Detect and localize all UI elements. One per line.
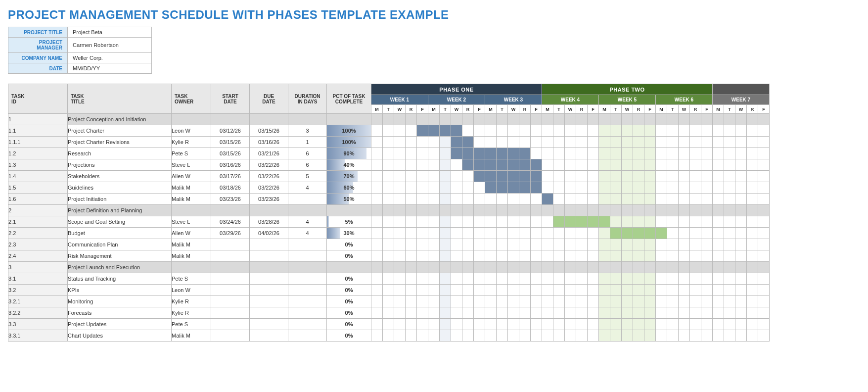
cell-start[interactable] bbox=[211, 114, 250, 125]
cell-due[interactable]: 04/02/26 bbox=[250, 228, 288, 239]
cell-task-id[interactable]: 3.2.2 bbox=[8, 307, 68, 319]
cell-start[interactable] bbox=[211, 285, 250, 296]
cell-owner[interactable]: Malik M bbox=[172, 250, 211, 262]
cell-task-title[interactable]: Forecasts bbox=[68, 307, 172, 319]
cell-owner[interactable]: Steve L bbox=[172, 159, 211, 171]
cell-duration[interactable]: 1 bbox=[288, 137, 327, 148]
cell-duration[interactable]: 4 bbox=[288, 216, 327, 228]
cell-task-id[interactable]: 3.3 bbox=[8, 319, 68, 330]
cell-pct[interactable]: 70% bbox=[327, 171, 371, 182]
cell-start[interactable] bbox=[211, 239, 250, 250]
cell-task-id[interactable]: 3 bbox=[8, 262, 68, 273]
meta-value-date[interactable]: MM/DD/YY bbox=[68, 63, 152, 74]
cell-owner[interactable]: Kylie R bbox=[172, 307, 211, 319]
cell-task-title[interactable]: Risk Management bbox=[68, 250, 172, 262]
cell-pct[interactable]: 0% bbox=[327, 296, 371, 307]
cell-duration[interactable] bbox=[288, 307, 327, 319]
table-row[interactable]: 2.4Risk ManagementMalik M0% bbox=[8, 250, 770, 262]
cell-duration[interactable] bbox=[288, 296, 327, 307]
cell-owner[interactable] bbox=[172, 262, 211, 273]
cell-start[interactable] bbox=[211, 250, 250, 262]
cell-task-id[interactable]: 1.1 bbox=[8, 125, 68, 137]
table-row[interactable]: 1.2ResearchPete S03/15/2603/21/26690% bbox=[8, 148, 770, 159]
cell-duration[interactable] bbox=[288, 285, 327, 296]
cell-due[interactable] bbox=[250, 285, 288, 296]
cell-due[interactable]: 03/22/26 bbox=[250, 171, 288, 182]
cell-due[interactable] bbox=[250, 239, 288, 250]
cell-duration[interactable] bbox=[288, 114, 327, 125]
cell-task-title[interactable]: Research bbox=[68, 148, 172, 159]
cell-due[interactable]: 03/16/26 bbox=[250, 137, 288, 148]
cell-start[interactable] bbox=[211, 273, 250, 285]
cell-duration[interactable] bbox=[288, 319, 327, 330]
cell-pct[interactable]: 90% bbox=[327, 148, 371, 159]
cell-due[interactable] bbox=[250, 307, 288, 319]
table-row[interactable]: 3.3Project UpdatesPete S0% bbox=[8, 319, 770, 330]
cell-pct[interactable]: 40% bbox=[327, 159, 371, 171]
cell-duration[interactable] bbox=[288, 239, 327, 250]
cell-start[interactable]: 03/12/26 bbox=[211, 125, 250, 137]
cell-task-id[interactable]: 2.3 bbox=[8, 239, 68, 250]
cell-due[interactable]: 03/23/26 bbox=[250, 194, 288, 205]
cell-pct[interactable]: 50% bbox=[327, 194, 371, 205]
cell-start[interactable]: 03/18/26 bbox=[211, 182, 250, 194]
table-row[interactable]: 2.1Scope and Goal SettingSteve L03/24/26… bbox=[8, 216, 770, 228]
table-row[interactable]: 1.1Project CharterLeon W03/12/2603/15/26… bbox=[8, 125, 770, 137]
table-row[interactable]: 1.6Project InitiationMalik M03/23/2603/2… bbox=[8, 194, 770, 205]
cell-owner[interactable]: Leon W bbox=[172, 285, 211, 296]
cell-due[interactable]: 03/21/26 bbox=[250, 148, 288, 159]
cell-task-id[interactable]: 2 bbox=[8, 205, 68, 216]
cell-task-id[interactable]: 1 bbox=[8, 114, 68, 125]
cell-task-id[interactable]: 1.5 bbox=[8, 182, 68, 194]
cell-task-title[interactable]: Project Conception and Initiation bbox=[68, 114, 172, 125]
table-row[interactable]: 2Project Definition and Planning bbox=[8, 205, 770, 216]
cell-task-title[interactable]: Project Initiation bbox=[68, 194, 172, 205]
cell-due[interactable]: 03/22/26 bbox=[250, 182, 288, 194]
cell-pct[interactable]: 0% bbox=[327, 250, 371, 262]
cell-due[interactable] bbox=[250, 205, 288, 216]
cell-start[interactable]: 03/23/26 bbox=[211, 194, 250, 205]
cell-task-id[interactable]: 2.4 bbox=[8, 250, 68, 262]
cell-due[interactable]: 03/15/26 bbox=[250, 125, 288, 137]
cell-owner[interactable]: Malik M bbox=[172, 194, 211, 205]
cell-duration[interactable]: 6 bbox=[288, 159, 327, 171]
cell-duration[interactable]: 6 bbox=[288, 148, 327, 159]
cell-start[interactable] bbox=[211, 296, 250, 307]
cell-duration[interactable] bbox=[288, 250, 327, 262]
cell-start[interactable]: 03/29/26 bbox=[211, 228, 250, 239]
cell-due[interactable] bbox=[250, 330, 288, 342]
cell-pct[interactable]: 0% bbox=[327, 307, 371, 319]
cell-duration[interactable] bbox=[288, 262, 327, 273]
cell-task-id[interactable]: 1.3 bbox=[8, 159, 68, 171]
cell-due[interactable]: 03/22/26 bbox=[250, 159, 288, 171]
cell-task-title[interactable]: Status and Tracking bbox=[68, 273, 172, 285]
cell-start[interactable] bbox=[211, 319, 250, 330]
cell-task-title[interactable]: Monitoring bbox=[68, 296, 172, 307]
cell-task-id[interactable]: 3.3.1 bbox=[8, 330, 68, 342]
cell-owner[interactable]: Pete S bbox=[172, 148, 211, 159]
cell-due[interactable] bbox=[250, 114, 288, 125]
cell-due[interactable] bbox=[250, 319, 288, 330]
cell-task-title[interactable]: Project Updates bbox=[68, 319, 172, 330]
cell-owner[interactable]: Kylie R bbox=[172, 296, 211, 307]
cell-duration[interactable] bbox=[288, 273, 327, 285]
cell-task-title[interactable]: Project Charter Revisions bbox=[68, 137, 172, 148]
table-row[interactable]: 2.2BudgetAllen W03/29/2604/02/26430% bbox=[8, 228, 770, 239]
cell-task-title[interactable]: Scope and Goal Setting bbox=[68, 216, 172, 228]
table-row[interactable]: 3.3.1Chart UpdatesMalik M0% bbox=[8, 330, 770, 342]
table-row[interactable]: 2.3Communication PlanMalik M0% bbox=[8, 239, 770, 250]
cell-due[interactable] bbox=[250, 262, 288, 273]
cell-owner[interactable]: Leon W bbox=[172, 125, 211, 137]
table-row[interactable]: 1Project Conception and Initiation bbox=[8, 114, 770, 125]
cell-task-id[interactable]: 1.4 bbox=[8, 171, 68, 182]
meta-value-pm[interactable]: Carmen Robertson bbox=[68, 38, 152, 53]
cell-task-title[interactable]: Stakeholders bbox=[68, 171, 172, 182]
cell-owner[interactable]: Malik M bbox=[172, 330, 211, 342]
cell-due[interactable] bbox=[250, 273, 288, 285]
cell-pct[interactable]: 0% bbox=[327, 285, 371, 296]
cell-task-id[interactable]: 2.2 bbox=[8, 228, 68, 239]
cell-task-title[interactable]: Chart Updates bbox=[68, 330, 172, 342]
cell-pct[interactable]: 60% bbox=[327, 182, 371, 194]
table-row[interactable]: 3.2.1MonitoringKylie R0% bbox=[8, 296, 770, 307]
cell-duration[interactable]: 5 bbox=[288, 171, 327, 182]
